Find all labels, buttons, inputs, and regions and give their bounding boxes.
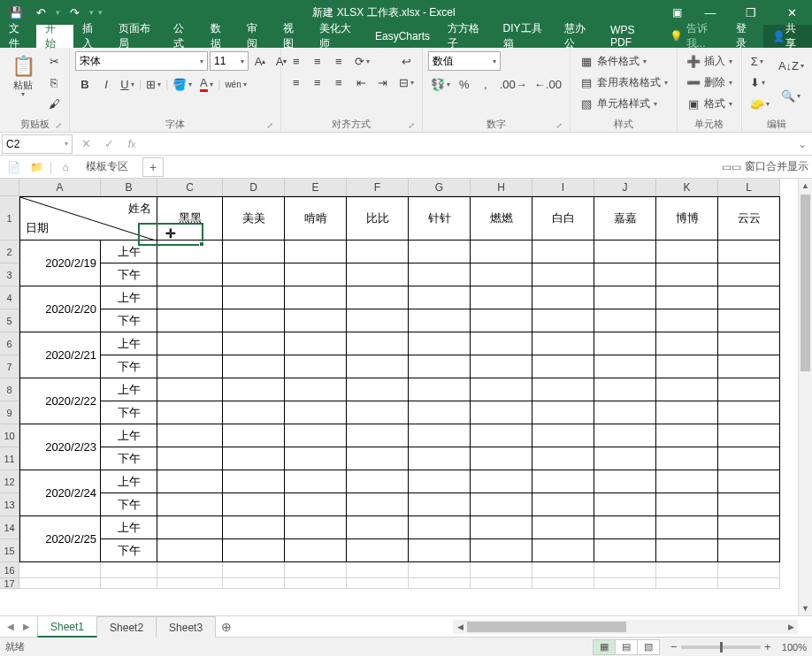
cell[interactable] — [594, 516, 656, 539]
cell[interactable] — [656, 539, 718, 562]
cell[interactable] — [718, 447, 780, 470]
cell[interactable]: 啃啃 — [285, 196, 347, 241]
column-header-D[interactable]: D — [223, 179, 285, 196]
cell[interactable] — [471, 378, 532, 401]
cell[interactable] — [285, 578, 347, 589]
font-name-select[interactable]: 宋体 — [75, 51, 208, 71]
insert-cells-button[interactable]: ➕插入 — [683, 51, 736, 71]
zoom-in-button[interactable]: + — [761, 640, 775, 653]
cell[interactable] — [718, 401, 780, 424]
cell[interactable] — [594, 424, 656, 447]
cell[interactable] — [718, 286, 780, 309]
cell[interactable] — [656, 332, 718, 355]
cell[interactable] — [223, 263, 285, 286]
cell[interactable] — [594, 493, 656, 516]
cell[interactable]: 下午 — [101, 539, 157, 562]
open-folder-icon[interactable]: 📁 — [27, 157, 46, 177]
window-merge-display[interactable]: ▭▭窗口合并显示 — [722, 159, 808, 174]
cell[interactable]: 下午 — [101, 355, 157, 378]
cell[interactable] — [223, 401, 285, 424]
sort-filter-button[interactable]: A↓Z — [776, 51, 807, 80]
cell[interactable] — [347, 447, 409, 470]
cell[interactable] — [285, 401, 347, 424]
row-header-4[interactable]: 4 — [0, 286, 19, 309]
tab-easycharts[interactable]: EasyCharts — [366, 25, 439, 48]
sheet-nav-prev[interactable]: ◀ — [4, 622, 18, 631]
percent-button[interactable]: % — [455, 74, 474, 94]
cell[interactable] — [471, 470, 532, 493]
cell[interactable] — [409, 378, 471, 401]
tab-review[interactable]: 审阅 — [238, 25, 274, 48]
decrease-decimal-button[interactable]: ←.00 — [532, 74, 564, 94]
cell[interactable] — [594, 241, 656, 263]
cell[interactable]: 下午 — [101, 493, 157, 516]
column-header-L[interactable]: L — [718, 179, 780, 196]
cell[interactable] — [718, 578, 780, 589]
find-select-button[interactable]: 🔍 — [776, 81, 807, 110]
tab-wps[interactable]: WPS PDF — [601, 25, 662, 48]
fill-color-button[interactable]: 🪣 — [170, 74, 195, 94]
column-header-I[interactable]: I — [532, 179, 594, 196]
normal-view-button[interactable]: ▦ — [593, 639, 616, 655]
cell[interactable] — [409, 447, 471, 470]
cell[interactable] — [347, 470, 409, 493]
cell[interactable] — [594, 401, 656, 424]
cell[interactable] — [347, 539, 409, 562]
cell[interactable] — [532, 263, 594, 286]
cell[interactable] — [594, 562, 656, 578]
cell[interactable]: 2020/2/19 — [19, 241, 101, 286]
cell[interactable] — [471, 332, 532, 355]
sheet-nav-next[interactable]: ▶ — [19, 622, 34, 631]
tab-insert[interactable]: 插入 — [73, 25, 110, 48]
cell[interactable] — [223, 493, 285, 516]
cell[interactable] — [285, 493, 347, 516]
page-break-view-button[interactable]: ▧ — [637, 639, 660, 655]
cell[interactable] — [656, 401, 718, 424]
cell[interactable] — [471, 355, 532, 378]
cell[interactable] — [223, 447, 285, 470]
row-header-3[interactable]: 3 — [0, 263, 19, 286]
cell[interactable] — [532, 578, 594, 589]
cell[interactable] — [718, 332, 780, 355]
cell[interactable] — [594, 539, 656, 562]
add-workbook-button[interactable]: + — [142, 157, 164, 177]
cell[interactable]: 嘉嘉 — [594, 196, 656, 241]
cell[interactable]: 上午 — [101, 516, 157, 539]
column-header-C[interactable]: C — [157, 179, 223, 196]
column-header-J[interactable]: J — [594, 179, 656, 196]
cell[interactable] — [157, 516, 223, 539]
cell[interactable] — [656, 578, 718, 589]
cell[interactable] — [157, 578, 223, 589]
tell-me[interactable]: 💡告诉我... — [663, 25, 728, 48]
cell[interactable] — [471, 401, 532, 424]
cells-area[interactable]: 姓名日期黑黑美美啃啃比比针针燃燃白白嘉嘉博博云云2020/2/19上午下午202… — [19, 196, 798, 615]
cell[interactable]: 黑黑 — [157, 196, 223, 241]
cell[interactable] — [718, 263, 780, 286]
column-header-H[interactable]: H — [471, 179, 532, 196]
row-header-12[interactable]: 12 — [0, 470, 19, 493]
cell[interactable] — [532, 309, 594, 332]
delete-cells-button[interactable]: ➖删除 — [683, 73, 736, 92]
cell[interactable] — [223, 562, 285, 578]
row-header-17[interactable]: 17 — [0, 578, 19, 589]
cell[interactable] — [594, 332, 656, 355]
cell[interactable] — [347, 516, 409, 539]
align-center-button[interactable]: ≡ — [308, 73, 327, 92]
cell[interactable] — [532, 241, 594, 263]
cell[interactable] — [656, 263, 718, 286]
sheet-tab-sheet3[interactable]: Sheet3 — [157, 616, 216, 638]
cell[interactable]: 燃燃 — [471, 196, 532, 241]
cell[interactable] — [532, 493, 594, 516]
cell[interactable] — [285, 263, 347, 286]
cell[interactable] — [409, 309, 471, 332]
cell[interactable] — [471, 539, 532, 562]
cell[interactable] — [594, 378, 656, 401]
cell[interactable] — [718, 378, 780, 401]
cell[interactable]: 下午 — [101, 447, 157, 470]
cell[interactable]: 下午 — [101, 401, 157, 424]
cell[interactable]: 上午 — [101, 470, 157, 493]
row-header-5[interactable]: 5 — [0, 309, 19, 332]
cell[interactable] — [718, 539, 780, 562]
cell[interactable] — [157, 241, 223, 263]
expand-formula-bar[interactable]: ⌄ — [793, 138, 812, 150]
